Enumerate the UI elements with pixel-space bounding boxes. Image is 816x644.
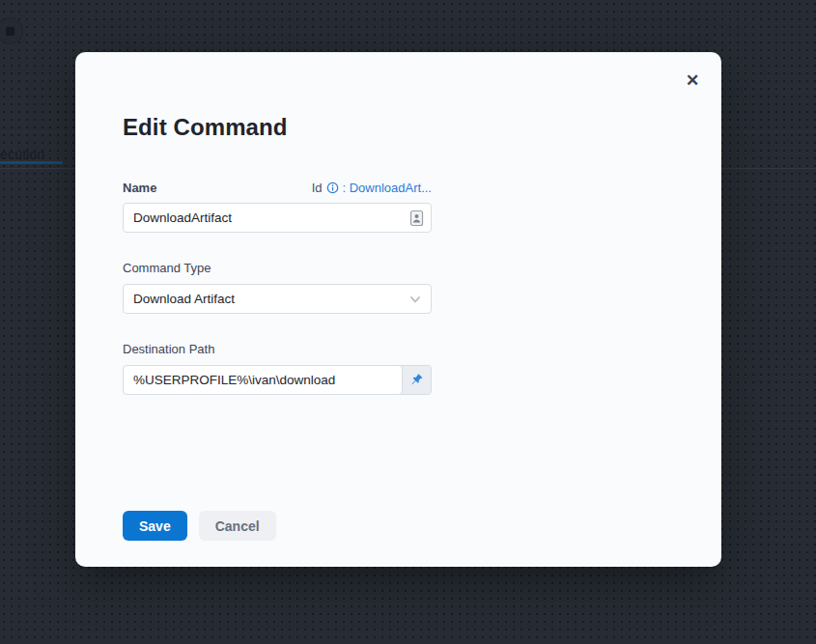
tab-execution-label: ecution (0, 147, 45, 162)
chevron-down-icon (408, 293, 422, 306)
modal-actions: Save Cancel (123, 511, 481, 541)
id-label: Id (312, 181, 323, 195)
info-icon[interactable] (326, 182, 339, 194)
stop-icon (6, 27, 14, 36)
destination-path-header: Destination Path (123, 340, 481, 357)
modal-content: Edit Command Name Id : DownloadArt... (75, 52, 481, 541)
name-input[interactable] (123, 203, 432, 233)
close-button[interactable]: ✕ (679, 68, 706, 95)
destination-path-label: Destination Path (123, 342, 214, 356)
close-icon: ✕ (686, 71, 699, 90)
name-input-wrap (123, 203, 432, 233)
tab-execution[interactable]: ecution (0, 147, 45, 162)
destination-path-input[interactable] (124, 366, 403, 394)
edit-command-modal: ✕ Edit Command Name Id : DownloadArt... (75, 52, 721, 567)
command-type-selected-value: Download Artifact (133, 292, 235, 306)
id-value-link[interactable]: : DownloadArt... (343, 181, 433, 195)
name-field-header: Name Id : DownloadArt... (123, 181, 432, 195)
pin-addon-button[interactable] (403, 366, 431, 394)
active-tab-underline (0, 161, 63, 164)
page-title: Edit Command (123, 114, 481, 141)
stop-button[interactable] (0, 17, 23, 44)
save-button[interactable]: Save (123, 511, 187, 541)
command-type-label: Command Type (123, 261, 211, 275)
contact-autofill-icon[interactable] (409, 210, 424, 227)
id-row: Id : DownloadArt... (312, 181, 432, 195)
command-type-header: Command Type (123, 259, 481, 276)
destination-path-group (123, 365, 432, 395)
name-label: Name (123, 181, 156, 195)
command-type-select[interactable]: Download Artifact (123, 284, 432, 314)
cancel-button[interactable]: Cancel (199, 511, 276, 541)
pin-icon (409, 373, 424, 387)
